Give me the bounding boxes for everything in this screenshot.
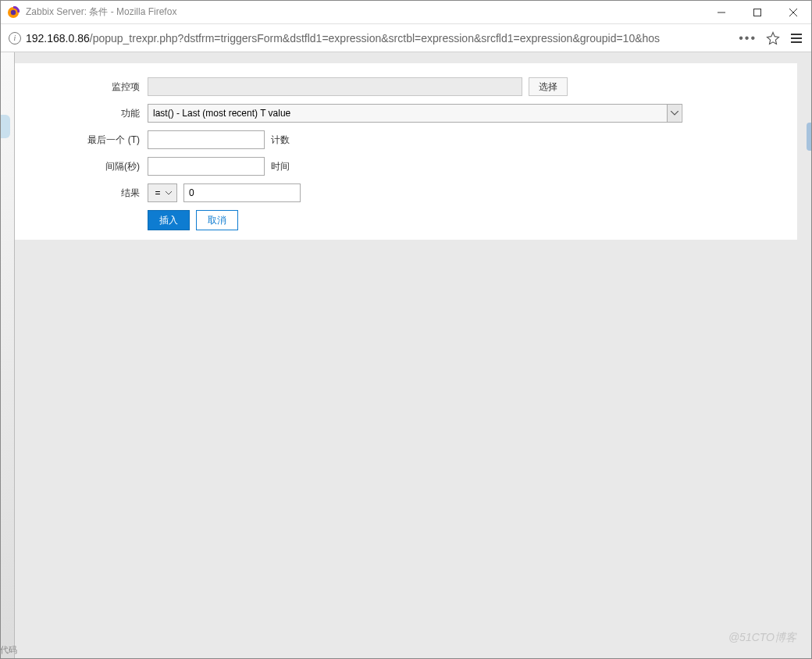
interval-suffix: 时间 [271,160,290,173]
form-panel: 监控项 选择 功能 last() - Last (most recent) T … [15,63,797,240]
result-op-select[interactable]: = [148,183,177,202]
page-content: 监控项 选择 功能 last() - Last (most recent) T … [15,52,797,658]
row-function: 功能 last() - Last (most recent) T value [21,104,791,123]
browser-viewport: 监控项 选择 功能 last() - Last (most recent) T … [1,52,811,658]
page-actions-icon[interactable]: ••• [739,31,757,45]
cancel-button[interactable]: 取消 [196,210,238,230]
right-window-sliver [797,52,811,658]
site-info-icon[interactable]: i [9,32,21,45]
firefox-icon [7,6,20,19]
window-titlebar: Zabbix Server: 条件 - Mozilla Firefox [1,1,811,24]
svg-rect-3 [754,9,761,16]
monitor-item-label: 监控项 [21,80,148,94]
url-text[interactable]: 192.168.0.86/popup_trexpr.php?dstfrm=tri… [26,32,734,45]
bookmark-star-icon[interactable] [766,31,780,45]
hamburger-menu-icon[interactable] [789,31,803,45]
result-label: 结果 [21,187,148,200]
row-actions: 插入 取消 [21,210,791,230]
monitor-item-input[interactable] [148,77,522,96]
bottom-left-text: 代码 [0,644,17,656]
close-button[interactable] [775,1,811,23]
chevron-down-icon [164,191,173,195]
interval-label: 间隔(秒) [21,160,148,173]
address-bar: i 192.168.0.86/popup_trexpr.php?dstfrm=t… [1,24,811,52]
interval-input[interactable] [148,157,265,176]
result-value-input[interactable] [183,183,301,202]
minimize-button[interactable] [703,1,739,23]
svg-point-1 [11,9,16,14]
row-result: 结果 = [21,183,791,202]
chevron-down-icon [667,105,681,122]
last-t-input[interactable] [148,130,265,149]
last-t-suffix: 计数 [271,134,290,147]
window-title: Zabbix Server: 条件 - Mozilla Firefox [26,5,703,19]
function-label: 功能 [21,107,148,120]
function-select[interactable]: last() - Last (most recent) T value [148,104,682,123]
left-window-sliver [1,52,15,658]
row-interval: 间隔(秒) 时间 [21,157,791,176]
row-monitor-item: 监控项 选择 [21,77,791,96]
select-button[interactable]: 选择 [529,77,568,96]
window-controls [703,1,811,23]
last-t-label: 最后一个 (T) [21,134,148,147]
maximize-button[interactable] [739,1,775,23]
insert-button[interactable]: 插入 [148,210,190,230]
row-last-t: 最后一个 (T) 计数 [21,130,791,149]
